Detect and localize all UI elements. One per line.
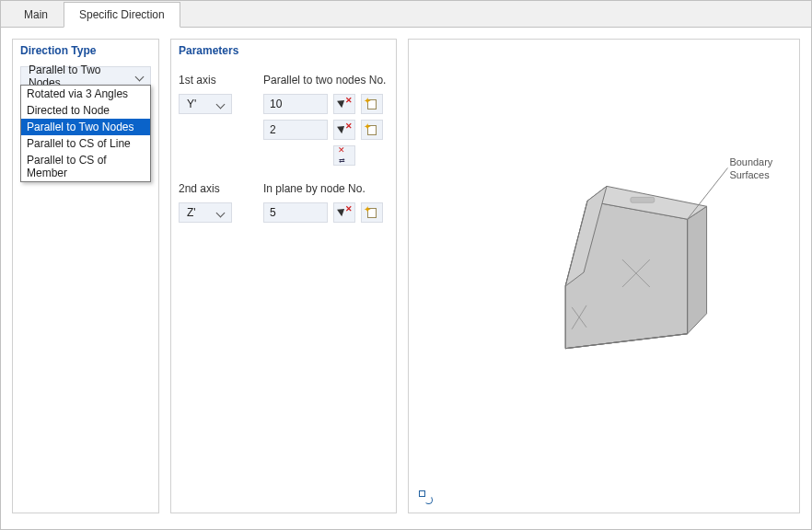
tab-main[interactable]: Main (8, 2, 64, 28)
swap-nodes-button[interactable] (333, 145, 355, 166)
pick-icon: ✕ (338, 206, 351, 219)
direction-type-title: Direction Type (13, 40, 158, 66)
dd-option-rotated[interactable]: Rotated via 3 Angles (21, 86, 150, 102)
axis1-select[interactable]: Y' (179, 94, 232, 114)
direction-type-panel: Direction Type Parallel to Two Nodes Rot… (12, 39, 159, 513)
refresh-icon (418, 490, 433, 504)
axis2-select[interactable]: Z' (179, 202, 232, 223)
pick-node1b-button[interactable]: ✕ (333, 120, 355, 140)
swap-icon (338, 149, 351, 162)
new-icon: ✦ (365, 98, 378, 110)
pick-node2-button[interactable]: ✕ (333, 202, 355, 223)
nodes1-label: Parallel to two nodes No. (263, 74, 389, 86)
svg-rect-10 (631, 197, 655, 202)
dd-option-parallel-cs-line[interactable]: Parallel to CS of Line (21, 135, 150, 152)
axis1-label: 1st axis (179, 74, 232, 86)
node1a-input[interactable]: 10 (263, 94, 328, 114)
parameters-panel: Parameters 1st axis Parallel to two node… (170, 39, 397, 513)
new-node1a-button[interactable]: ✦ (361, 94, 383, 114)
new-icon: ✦ (365, 206, 378, 219)
dd-option-parallel-two-nodes[interactable]: Parallel to Two Nodes (21, 119, 150, 135)
pick-icon: ✕ (338, 98, 351, 110)
chevron-down-icon (135, 72, 145, 81)
chevron-down-icon (216, 99, 226, 109)
tab-specific-direction[interactable]: Specific Direction (64, 2, 180, 28)
pick-node1a-button[interactable]: ✕ (333, 94, 355, 114)
node1b-input[interactable]: 2 (263, 120, 328, 140)
chevron-down-icon (216, 208, 226, 217)
pick-icon: ✕ (338, 123, 351, 136)
refresh-preview-button[interactable] (414, 487, 436, 507)
direction-type-dropdown[interactable]: Parallel to Two Nodes (20, 66, 151, 86)
preview-3d-icon: Boundary Surfaces (409, 40, 799, 513)
svg-line-11 (688, 167, 728, 219)
axis1-value: Y' (187, 98, 196, 110)
axis2-value: Z' (187, 206, 196, 219)
nodes2-label: In plane by node No. (263, 182, 389, 195)
new-node2-button[interactable]: ✦ (361, 202, 383, 223)
parameters-title: Parameters (171, 40, 396, 66)
dd-option-parallel-cs-member[interactable]: Parallel to CS of Member (21, 152, 150, 181)
annotation-line2: Surfaces (729, 169, 770, 180)
annotation-line1: Boundary (729, 156, 772, 167)
dd-option-directed[interactable]: Directed to Node (21, 102, 150, 119)
new-icon: ✦ (365, 123, 378, 136)
preview-panel: Boundary Surfaces (408, 39, 800, 513)
direction-type-dropdown-list: Rotated via 3 Angles Directed to Node Pa… (20, 85, 151, 182)
axis2-label: 2nd axis (179, 182, 232, 195)
new-node1b-button[interactable]: ✦ (361, 120, 383, 140)
node2-input[interactable]: 5 (263, 202, 328, 223)
